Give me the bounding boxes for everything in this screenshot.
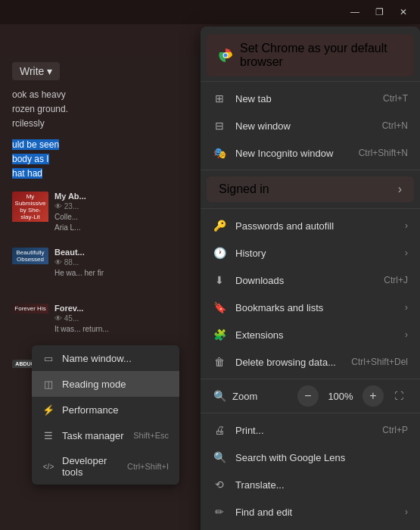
zoom-value: 100% xyxy=(325,391,356,402)
passwords-arrow: › xyxy=(405,220,408,231)
new-window-shortcut: Ctrl+N xyxy=(382,120,408,131)
book-info-3: Forev... 👁 45... It was... return... xyxy=(54,304,192,335)
new-tab-item[interactable]: ⊞ New tab Ctrl+T xyxy=(201,85,420,112)
history-label: History xyxy=(235,248,396,259)
find-edit-arrow: › xyxy=(405,507,408,517)
downloads-label: Downloads xyxy=(235,275,375,286)
bookmarks-arrow: › xyxy=(405,302,408,313)
book-desc-2: He wa... her fir xyxy=(54,268,192,279)
zoom-icon: 🔍 xyxy=(213,389,226,403)
menu-section-tools: 🖨 Print... Ctrl+P 🔍 Search with Google L… xyxy=(201,413,420,530)
search-lens-icon: 🔍 xyxy=(213,450,226,464)
context-menu-item-reading-mode[interactable]: ◫ Reading mode xyxy=(32,371,179,397)
zoom-in-button[interactable]: + xyxy=(362,385,384,407)
delete-browsing-data-item[interactable]: 🗑 Delete browsing data... Ctrl+Shift+Del xyxy=(201,348,420,376)
signed-in-button[interactable]: Signed in › xyxy=(207,176,414,202)
zoom-fullscreen-button[interactable]: ⛶ xyxy=(390,387,408,405)
set-default-browser-item[interactable]: Set Chrome as your default browser xyxy=(207,34,414,76)
minimize-button[interactable]: — xyxy=(344,2,366,23)
book-item[interactable]: Beautifully Obsessed Beaut... 👁 88... He… xyxy=(12,248,192,296)
delete-data-icon: 🗑 xyxy=(213,355,226,369)
incognito-icon: 🎭 xyxy=(213,146,226,160)
context-menu: ▭ Name window... ◫ Reading mode ⚡ Perfor… xyxy=(32,345,179,485)
book-stats-2: 👁 88... xyxy=(54,258,192,267)
downloads-icon: ⬇ xyxy=(213,273,226,287)
downloads-item[interactable]: ⬇ Downloads Ctrl+J xyxy=(201,267,420,294)
close-button[interactable]: ✕ xyxy=(393,2,414,23)
zoom-control: 🔍 Zoom − 100% + ⛶ xyxy=(201,382,420,410)
menu-section-default-browser: Set Chrome as your default browser xyxy=(201,26,420,82)
menu-section-browse: 🔑 Passwords and autofill › 🕐 History › ⬇… xyxy=(201,209,420,379)
context-label-performance: Performance xyxy=(62,404,118,416)
developer-tools-icon: </> xyxy=(42,460,54,472)
book-author-1: Aria L... xyxy=(54,223,192,233)
find-edit-label: Find and edit xyxy=(235,507,396,518)
translate-item[interactable]: ⟲ Translate... xyxy=(201,471,420,498)
extensions-label: Extensions xyxy=(235,329,396,341)
context-menu-item-performance[interactable]: ⚡ Performance xyxy=(32,397,179,422)
book-cover-2: Beautifully Obsessed xyxy=(12,248,48,296)
bookmarks-item[interactable]: 🔖 Bookmarks and lists › xyxy=(201,294,420,321)
body-text-1: ook as heavyrozen ground.rcilessly xyxy=(12,88,192,132)
write-button[interactable]: Write ▾ xyxy=(12,62,60,80)
delete-data-label: Delete browsing data... xyxy=(235,357,342,368)
print-label: Print... xyxy=(235,425,373,436)
passwords-item[interactable]: 🔑 Passwords and autofill › xyxy=(201,212,420,239)
context-menu-item-task-manager[interactable]: ☰ Task manager Shift+Esc xyxy=(32,422,179,448)
context-label-name-window: Name window... xyxy=(62,353,132,364)
book-cover-art-3: Forever His xyxy=(12,304,48,313)
zoom-label: Zoom xyxy=(232,391,291,402)
book-title-3: Forev... xyxy=(54,304,192,313)
new-tab-shortcut: Ctrl+T xyxy=(383,93,408,104)
passwords-icon: 🔑 xyxy=(213,219,226,232)
incognito-window-item[interactable]: 🎭 New Incognito window Ctrl+Shift+N xyxy=(201,139,420,167)
book-stats-3: 👁 45... xyxy=(54,314,192,323)
incognito-shortcut: Ctrl+Shift+N xyxy=(359,148,408,158)
print-shortcut: Ctrl+P xyxy=(382,425,408,435)
context-menu-item-developer-tools[interactable]: </> Developer tools Ctrl+Shift+I xyxy=(32,448,179,485)
task-manager-icon: ☰ xyxy=(42,429,54,441)
menu-section-new-tab: ⊞ New tab Ctrl+T ⊟ New window Ctrl+N 🎭 N… xyxy=(201,82,420,170)
find-edit-icon: ✏ xyxy=(213,505,226,519)
book-desc-3: It was... return... xyxy=(54,324,192,335)
book-item[interactable]: My Submissive by She-slay-Lit My Ab... 👁… xyxy=(12,192,192,240)
cast-save-share-item[interactable]: 📤 Cast, save, and share › xyxy=(201,525,420,530)
book-info-1: My Ab... 👁 23... Colle... Aria L... xyxy=(54,192,192,233)
task-manager-shortcut: Shift+Esc xyxy=(133,431,169,440)
chrome-logo-icon xyxy=(219,48,232,62)
book-title-1: My Ab... xyxy=(54,192,192,201)
developer-tools-shortcut: Ctrl+Shift+I xyxy=(127,462,169,471)
search-lens-item[interactable]: 🔍 Search with Google Lens xyxy=(201,444,420,471)
context-label-developer-tools: Developer tools xyxy=(62,455,120,478)
delete-data-shortcut: Ctrl+Shift+Del xyxy=(351,357,408,367)
incognito-label: New Incognito window xyxy=(235,148,350,159)
print-item[interactable]: 🖨 Print... Ctrl+P xyxy=(201,416,420,444)
svg-point-2 xyxy=(224,54,228,58)
new-window-label: New window xyxy=(235,120,373,132)
history-item[interactable]: 🕐 History › xyxy=(201,239,420,267)
bookmarks-icon: 🔖 xyxy=(213,301,226,314)
bookmarks-label: Bookmarks and lists xyxy=(235,302,396,313)
zoom-out-button[interactable]: − xyxy=(297,385,319,407)
extensions-arrow: › xyxy=(405,329,408,340)
extensions-item[interactable]: 🧩 Extensions › xyxy=(201,321,420,348)
new-window-item[interactable]: ⊟ New window Ctrl+N xyxy=(201,112,420,139)
downloads-shortcut: Ctrl+J xyxy=(384,275,408,285)
chrome-menu: Set Chrome as your default browser ⊞ New… xyxy=(201,26,420,530)
book-stats-1: 👁 23... xyxy=(54,202,192,210)
new-tab-icon: ⊞ xyxy=(213,92,226,105)
context-label-reading-mode: Reading mode xyxy=(62,379,126,390)
new-tab-label: New tab xyxy=(235,93,374,104)
titlebar: — ❐ ✕ xyxy=(0,0,420,24)
passwords-label: Passwords and autofill xyxy=(235,220,396,232)
performance-icon: ⚡ xyxy=(42,404,54,416)
book-cover-art-2: Beautifully Obsessed xyxy=(12,248,48,264)
context-menu-item-name-window[interactable]: ▭ Name window... xyxy=(32,345,179,371)
highlighted-text: uld be seenbody as Ihat had xyxy=(12,139,59,179)
book-cover-1: My Submissive by She-slay-Lit xyxy=(12,192,48,240)
maximize-button[interactable]: ❐ xyxy=(369,2,390,23)
reading-mode-icon: ◫ xyxy=(42,378,54,390)
signed-in-text: Signed in xyxy=(219,182,269,196)
find-edit-item[interactable]: ✏ Find and edit › xyxy=(201,498,420,525)
translate-icon: ⟲ xyxy=(213,478,226,491)
